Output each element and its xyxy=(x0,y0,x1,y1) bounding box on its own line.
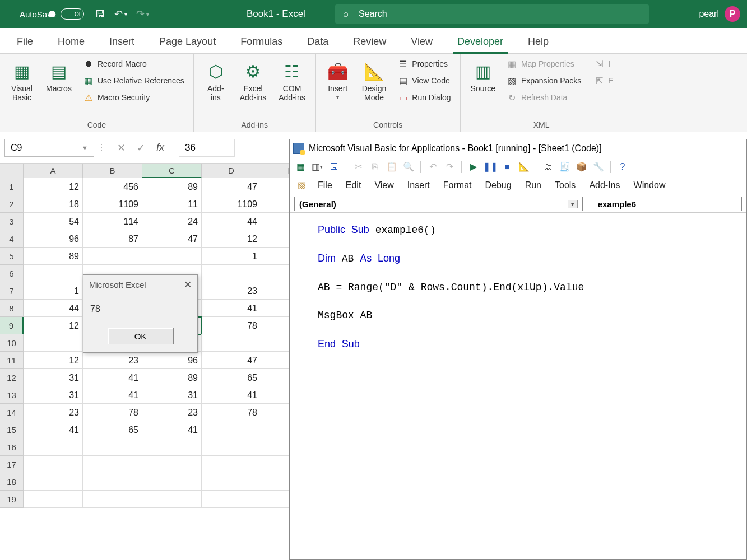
properties-button[interactable]: ☰Properties xyxy=(395,57,453,71)
row-header[interactable]: 6 xyxy=(0,265,24,282)
cell[interactable]: 87 xyxy=(83,230,142,248)
cell[interactable]: 44 xyxy=(202,213,261,230)
row-header[interactable]: 16 xyxy=(0,438,24,456)
properties-icon[interactable]: 🧾 xyxy=(558,160,572,174)
cell[interactable]: 11 xyxy=(142,195,202,213)
redo-icon[interactable]: ↷ xyxy=(442,160,457,174)
row-header[interactable]: 5 xyxy=(0,248,24,265)
reset-icon[interactable]: ■ xyxy=(500,160,514,174)
row-header[interactable]: 11 xyxy=(0,352,24,369)
cell[interactable]: 1109 xyxy=(202,195,261,213)
run-dialog-button[interactable]: ▭Run Dialog xyxy=(395,91,453,104)
fx-icon[interactable]: fx xyxy=(156,142,164,154)
cell[interactable]: 12 xyxy=(24,352,83,369)
name-box[interactable]: C9 ▼ xyxy=(4,139,94,157)
cell[interactable]: 47 xyxy=(202,178,261,195)
cell[interactable] xyxy=(202,456,261,473)
row-header[interactable]: 19 xyxy=(0,491,24,508)
enter-icon[interactable]: ✓ xyxy=(137,142,145,154)
addins-button[interactable]: ⬡Add- ins xyxy=(201,57,231,104)
column-header[interactable]: B xyxy=(83,164,142,178)
undo-icon[interactable]: ↶ ▾ xyxy=(114,8,127,20)
column-header[interactable]: C xyxy=(142,164,202,178)
cell[interactable]: 41 xyxy=(83,369,142,386)
cell[interactable] xyxy=(142,456,202,473)
cell[interactable]: 456 xyxy=(83,178,142,195)
cancel-icon[interactable]: ✕ xyxy=(117,142,126,154)
column-header[interactable]: A xyxy=(24,164,83,178)
cell[interactable] xyxy=(24,334,83,352)
cell[interactable]: 12 xyxy=(24,178,83,195)
row-header[interactable]: 10 xyxy=(0,334,24,352)
cell[interactable]: 12 xyxy=(202,230,261,248)
cell[interactable]: 31 xyxy=(142,386,202,404)
redo-icon[interactable]: ↷ ▾ xyxy=(136,8,149,20)
use-relative-button[interactable]: ▦Use Relative References xyxy=(81,74,187,87)
row-header[interactable]: 18 xyxy=(0,473,24,491)
record-macro-button[interactable]: ⏺Record Macro xyxy=(81,57,187,71)
tab-formulas[interactable]: Formulas xyxy=(228,30,295,53)
find-icon[interactable]: 🔍 xyxy=(401,160,416,174)
cell[interactable]: 31 xyxy=(24,369,83,386)
run-icon[interactable]: ▶ xyxy=(466,160,481,174)
vba-menu-window[interactable]: Window xyxy=(627,178,672,193)
cell[interactable]: 78 xyxy=(202,317,261,334)
row-header[interactable]: 8 xyxy=(0,300,24,317)
cell[interactable] xyxy=(202,334,261,352)
row-header[interactable]: 15 xyxy=(0,421,24,438)
project-icon[interactable]: 🗂 xyxy=(541,160,555,174)
cell[interactable]: 89 xyxy=(142,178,202,195)
cell[interactable] xyxy=(142,248,202,265)
export-button[interactable]: ⇱E xyxy=(591,74,615,87)
row-header[interactable]: 9 xyxy=(0,317,24,334)
tab-insert[interactable]: Insert xyxy=(97,30,147,53)
undo-icon[interactable]: ↶ xyxy=(425,160,440,174)
close-icon[interactable]: ✕ xyxy=(184,279,192,291)
tab-developer[interactable]: Developer xyxy=(445,30,516,53)
macro-security-button[interactable]: ⚠Macro Security xyxy=(81,91,187,104)
cell[interactable] xyxy=(202,265,261,282)
cell[interactable] xyxy=(142,491,202,508)
cell[interactable]: 41 xyxy=(24,421,83,438)
cell[interactable]: 23 xyxy=(142,404,202,421)
cell[interactable]: 18 xyxy=(24,195,83,213)
cell[interactable]: 24 xyxy=(142,213,202,230)
cell[interactable] xyxy=(83,473,142,491)
cell[interactable] xyxy=(202,438,261,456)
source-button[interactable]: ▥Source xyxy=(467,57,499,95)
cell[interactable]: 23 xyxy=(83,352,142,369)
avatar[interactable]: P xyxy=(725,6,740,22)
toggle-switch[interactable]: Off xyxy=(61,8,84,20)
tab-review[interactable]: Review xyxy=(341,30,398,53)
cell[interactable] xyxy=(83,491,142,508)
ok-button[interactable]: OK xyxy=(108,328,174,344)
cell[interactable]: 78 xyxy=(202,404,261,421)
cell[interactable]: 54 xyxy=(24,213,83,230)
cell[interactable]: 41 xyxy=(202,386,261,404)
expansion-packs-button[interactable]: ▧Expansion Packs xyxy=(504,74,583,87)
cell[interactable] xyxy=(202,421,261,438)
vba-menu-run[interactable]: Run xyxy=(518,178,548,193)
autosave-toggle[interactable]: AutoSave Off xyxy=(20,8,84,20)
import-button[interactable]: ⇲I xyxy=(591,57,615,71)
vba-title-bar[interactable]: Microsoft Visual Basic for Applications … xyxy=(290,139,746,157)
row-header[interactable]: 7 xyxy=(0,282,24,300)
cell[interactable]: 1109 xyxy=(83,195,142,213)
macros-button[interactable]: ▤ Macros xyxy=(43,57,75,95)
save-icon[interactable]: 🖫 xyxy=(327,160,341,174)
cell[interactable] xyxy=(142,473,202,491)
cell[interactable]: 78 xyxy=(83,404,142,421)
view-code-button[interactable]: ▤View Code xyxy=(395,74,453,87)
excel-icon[interactable]: ▦ xyxy=(293,160,308,174)
row-header[interactable]: 14 xyxy=(0,404,24,421)
cell[interactable]: 65 xyxy=(202,369,261,386)
tab-view[interactable]: View xyxy=(398,30,445,53)
cell[interactable]: 23 xyxy=(202,282,261,300)
select-all-corner[interactable] xyxy=(0,164,24,178)
tab-help[interactable]: Help xyxy=(516,30,561,53)
design-mode-button[interactable]: 📐Design Mode xyxy=(359,57,390,104)
row-header[interactable]: 2 xyxy=(0,195,24,213)
row-header[interactable]: 17 xyxy=(0,456,24,473)
cell[interactable] xyxy=(202,473,261,491)
cell[interactable]: 65 xyxy=(83,421,142,438)
